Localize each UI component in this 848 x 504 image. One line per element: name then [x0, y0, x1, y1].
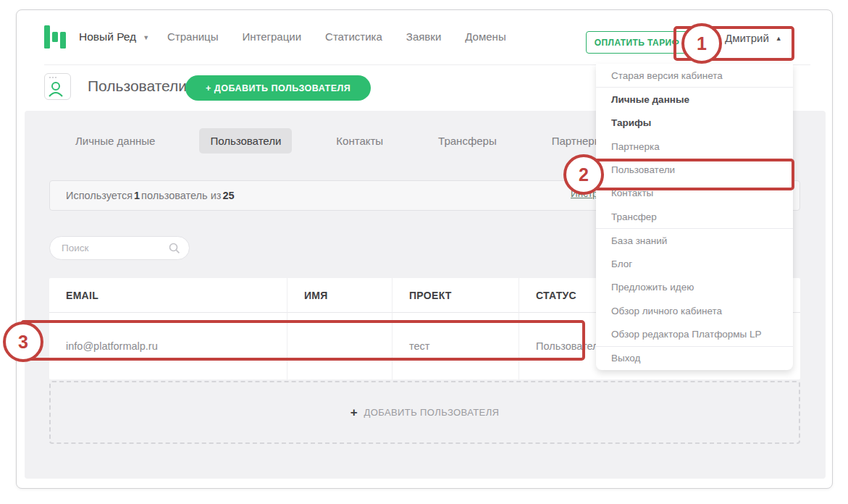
column-header-name: ИМЯ [287, 278, 392, 313]
tab-users[interactable]: Пользователи [199, 128, 292, 154]
tab-personal-data[interactable]: Личные данные [64, 128, 166, 154]
menu-item-transfer[interactable]: Трансфер [596, 205, 793, 229]
menu-item-suggest-idea[interactable]: Предложить идею [596, 276, 793, 299]
nav-item-leads[interactable]: Заявки [406, 30, 441, 43]
nav-item-pages[interactable]: Страницы [167, 30, 218, 43]
usage-text-middle: пользователь из [141, 190, 221, 201]
table-row-project[interactable]: тест [392, 313, 519, 379]
table-row-email[interactable]: info@platformalp.ru [49, 313, 287, 379]
nav-item-statistics[interactable]: Статистика [325, 30, 382, 43]
menu-item-users[interactable]: Пользователи [596, 158, 793, 181]
tab-contacts[interactable]: Контакты [325, 128, 394, 154]
menu-item-blog[interactable]: Блог [596, 253, 793, 276]
table-row-name[interactable] [287, 313, 392, 379]
menu-item-knowledge-base[interactable]: База знаний [596, 229, 793, 252]
tab-transfers[interactable]: Трансферы [427, 128, 508, 154]
usage-text: Используется [66, 190, 133, 201]
search-icon [169, 243, 180, 254]
user-dropdown-menu: Старая версия кабинета Личные данные Тар… [596, 64, 793, 370]
column-header-email: EMAIL [49, 278, 287, 313]
users-page-icon [44, 73, 71, 100]
project-switcher[interactable]: Новый Ред ▼ [79, 30, 149, 43]
add-user-dashed-button[interactable]: + ДОБАВИТЬ ПОЛЬЗОВАТЕЛЯ [49, 381, 800, 444]
menu-item-partner[interactable]: Партнерка [596, 135, 793, 158]
usage-total-count: 25 [221, 190, 235, 201]
nav-item-integrations[interactable]: Интеграции [242, 30, 301, 43]
page-title: Пользователи [88, 77, 187, 95]
menu-item-personal-data[interactable]: Личные данные [596, 88, 793, 111]
chevron-down-icon: ▼ [143, 34, 149, 41]
project-name: Новый Ред [79, 30, 136, 43]
usage-used-count: 1 [133, 190, 141, 201]
column-header-project: ПРОЕКТ [392, 278, 519, 313]
nav-item-domains[interactable]: Домены [465, 30, 505, 43]
chevron-up-icon: ▲ [776, 35, 782, 42]
search-input[interactable] [62, 237, 163, 259]
top-navbar: Новый Ред ▼ Страницы Интеграции Статисти… [17, 10, 832, 64]
user-name: Дмитрий [725, 32, 769, 44]
add-user-dashed-label: ДОБАВИТЬ ПОЛЬЗОВАТЕЛЯ [364, 407, 500, 418]
plus-icon: + [350, 406, 358, 420]
menu-item-editor-overview[interactable]: Обзор редактора Платформы LP [596, 322, 793, 346]
menu-item-logout[interactable]: Выход [596, 347, 793, 370]
menu-item-old-cabinet[interactable]: Старая версия кабинета [596, 64, 793, 88]
menu-item-cabinet-overview[interactable]: Обзор личного кабинета [596, 299, 793, 322]
menu-item-contacts[interactable]: Контакты [596, 182, 793, 205]
platformalp-logo-icon[interactable] [44, 25, 67, 49]
main-nav: Страницы Интеграции Статистика Заявки До… [167, 30, 506, 43]
add-user-button[interactable]: + ДОБАВИТЬ ПОЛЬЗОВАТЕЛЯ [185, 75, 371, 101]
menu-item-tariffs[interactable]: Тарифы [596, 112, 793, 135]
search-box [49, 236, 190, 260]
user-menu-toggle[interactable]: Дмитрий ▲ [725, 32, 782, 44]
pay-tariff-button[interactable]: ОПЛАТИТЬ ТАРИФ [586, 31, 688, 54]
screenshot-frame: Новый Ред ▼ Страницы Интеграции Статисти… [0, 0, 848, 504]
